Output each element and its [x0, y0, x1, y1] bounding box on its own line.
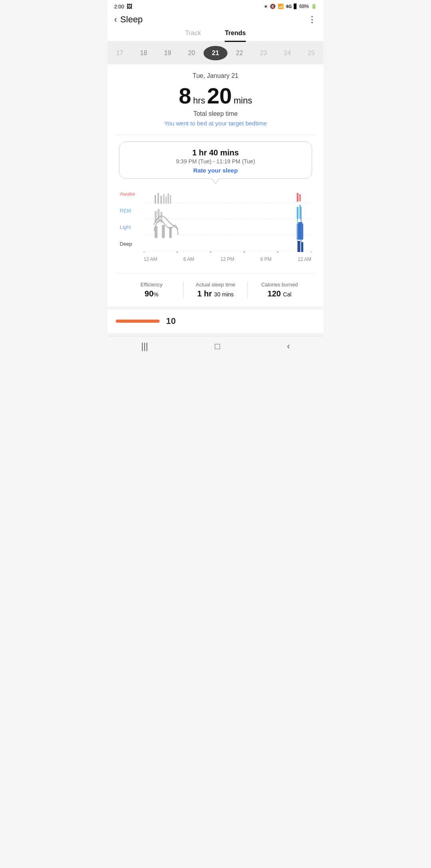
deep-label: Deep [120, 241, 135, 247]
back-button[interactable]: ‹ Sleep [114, 14, 143, 25]
network-icon: 4G [286, 4, 292, 9]
efficiency-label: Efficiency [120, 282, 183, 288]
tabs-bar: Track Trends [108, 30, 323, 42]
bottom-number: 10 [166, 316, 176, 326]
svg-point-9 [310, 251, 311, 253]
main-content: Tue, January 21 8 hrs 20 mins Total slee… [108, 64, 323, 306]
rem-label: REM [120, 208, 135, 214]
date-item[interactable]: 24 [275, 50, 299, 57]
light-label: Light [120, 224, 135, 230]
x-label-12pm: 12 PM [220, 256, 234, 262]
sleep-duration: 8 hrs 20 mins [116, 83, 315, 109]
orange-progress-bar [116, 320, 160, 323]
chart-y-labels: Awake REM Light Deep [120, 191, 135, 247]
nav-home[interactable]: □ [215, 341, 220, 352]
divider [116, 135, 315, 135]
session-duration: 1 hr 40 mins [127, 148, 304, 157]
actual-sleep-value: 1 hr 30 mins [184, 289, 247, 298]
rate-sleep-button[interactable]: Rate your sleep [127, 167, 304, 174]
svg-rect-28 [298, 222, 302, 240]
svg-rect-12 [160, 196, 162, 204]
svg-rect-10 [154, 195, 156, 204]
svg-rect-29 [297, 241, 300, 252]
time-display: 2:00 [114, 4, 124, 10]
tab-trends[interactable]: Trends [225, 30, 245, 42]
date-label: Tue, January 21 [116, 72, 315, 79]
sleep-chart-svg [144, 191, 311, 255]
stat-efficiency: Efficiency 90% [120, 282, 184, 298]
awake-label: Awake [120, 191, 135, 197]
tab-track[interactable]: Track [185, 30, 201, 41]
actual-sleep-label: Actual sleep time [184, 282, 247, 288]
date-item[interactable]: 22 [227, 50, 251, 57]
date-item[interactable]: 19 [156, 50, 180, 57]
status-time: 2:00 🖼 [114, 3, 132, 10]
date-item[interactable]: 17 [108, 50, 132, 57]
session-time-range: 9:39 PM (Tue) - 11:19 PM (Tue) [127, 158, 304, 165]
nav-recent-apps[interactable]: ||| [141, 341, 148, 352]
bluetooth-icon: ∗ [264, 4, 268, 9]
calories-label: Calories burned [248, 282, 311, 288]
back-icon: ‹ [114, 14, 117, 25]
total-sleep-label: Total sleep time [116, 110, 315, 117]
sleep-mins: 20 [207, 83, 232, 108]
svg-rect-11 [158, 193, 159, 204]
svg-rect-16 [170, 195, 171, 204]
stat-calories: Calories burned 120 Cal [248, 282, 311, 298]
page-title: Sleep [120, 14, 142, 25]
sleep-hours: 8 [179, 83, 191, 108]
date-item[interactable]: 23 [251, 50, 275, 57]
chart-graph [144, 191, 311, 255]
x-label-12am-end: 12 AM [298, 256, 311, 262]
svg-rect-13 [163, 194, 164, 204]
nav-back[interactable]: ‹ [287, 341, 290, 352]
photo-icon: 🖼 [127, 3, 132, 10]
wifi-icon: 📶 [278, 4, 284, 9]
date-item[interactable]: 25 [299, 50, 323, 57]
nav-bar: ||| □ ‹ [108, 336, 323, 358]
mute-icon: 🔇 [270, 4, 276, 9]
efficiency-value: 90% [120, 289, 183, 298]
x-label-12am: 12 AM [144, 256, 157, 262]
svg-rect-24 [299, 194, 301, 201]
chart-x-labels: 12 AM 6 AM 12 PM 6 PM 12 AM [144, 255, 311, 265]
session-bubble: 1 hr 40 mins 9:39 PM (Tue) - 11:19 PM (T… [119, 141, 312, 179]
svg-point-8 [277, 251, 279, 253]
stats-row: Efficiency 90% Actual sleep time 1 hr 30… [116, 273, 315, 306]
hrs-label: hrs [193, 95, 206, 105]
header: ‹ Sleep ⋮ [108, 11, 323, 30]
status-icons: ∗ 🔇 📶 4G ▊ 68% 🔋 [264, 4, 317, 9]
more-options-button[interactable]: ⋮ [308, 14, 317, 25]
svg-point-5 [176, 251, 178, 253]
svg-point-4 [144, 251, 144, 253]
x-label-6am: 6 AM [184, 256, 194, 262]
sleep-chart: Awake REM Light Deep [116, 179, 315, 269]
svg-rect-23 [297, 193, 299, 202]
date-slider[interactable]: 17 18 19 20 21 22 23 24 25 [108, 42, 323, 64]
target-message: You went to bed at your target bedtime [116, 120, 315, 127]
status-bar: 2:00 🖼 ∗ 🔇 📶 4G ▊ 68% 🔋 [108, 0, 323, 11]
svg-rect-30 [301, 242, 303, 252]
bottom-section: 10 [108, 310, 323, 333]
date-item-selected[interactable]: 21 [204, 46, 227, 60]
mins-label: mins [233, 95, 252, 105]
svg-rect-15 [168, 193, 169, 204]
svg-rect-21 [162, 225, 165, 238]
svg-point-7 [243, 251, 245, 253]
date-item[interactable]: 18 [132, 50, 156, 57]
x-label-6pm: 6 PM [260, 256, 271, 262]
battery-label: 68% [299, 4, 309, 9]
svg-point-6 [210, 251, 212, 253]
calories-value: 120 Cal [248, 289, 311, 298]
stat-actual-sleep: Actual sleep time 1 hr 30 mins [184, 282, 247, 298]
date-item[interactable]: 20 [180, 50, 204, 57]
svg-rect-14 [166, 197, 167, 204]
signal-icon: ▊ [294, 4, 297, 9]
battery-icon: 🔋 [311, 4, 317, 9]
